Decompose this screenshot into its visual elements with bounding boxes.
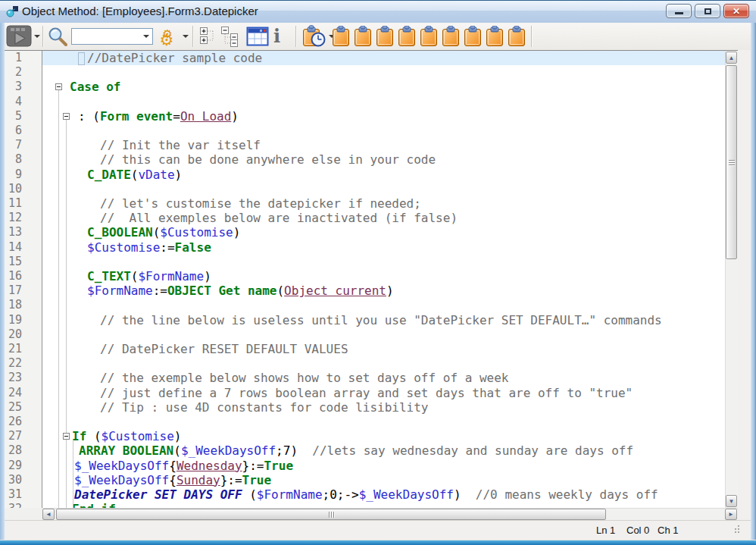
information-button[interactable]: i: [273, 26, 280, 47]
code-line-5[interactable]: : (Form event=On Load): [42, 109, 725, 124]
code-line-11[interactable]: // let's customise the datepicker if nee…: [42, 196, 725, 211]
line-number[interactable]: 23: [5, 371, 22, 385]
vertical-scrollbar[interactable]: ▲ ▼: [725, 51, 738, 508]
fold-collapse-box[interactable]: [63, 433, 70, 440]
run-method-button[interactable]: [6, 25, 32, 50]
code-line-9[interactable]: C_DATE(vDate): [42, 168, 725, 182]
code-line-32[interactable]: End if: [42, 502, 725, 508]
code-line-29[interactable]: $_WeekDaysOff{Wednesday}:=True: [42, 459, 725, 473]
fold-collapse-box[interactable]: [63, 113, 70, 120]
line-number[interactable]: 24: [5, 386, 22, 400]
clipboard-9-button[interactable]: [508, 26, 526, 50]
maximize-button[interactable]: [695, 4, 720, 18]
line-number[interactable]: 15: [5, 255, 22, 269]
code-line-27[interactable]: If ($Customise): [42, 429, 725, 443]
line-number[interactable]: 2: [5, 65, 22, 80]
line-number[interactable]: 30: [5, 473, 22, 487]
horizontal-scrollbar-thumb[interactable]: [56, 509, 606, 520]
line-number-gutter[interactable]: 1234567891011121314151617181920212223242…: [5, 51, 42, 508]
line-number[interactable]: 13: [5, 225, 22, 240]
code-line-1[interactable]: //DatePicker sample code: [42, 51, 725, 65]
scroll-left-button[interactable]: ◄: [42, 509, 55, 520]
close-button[interactable]: ✕: [723, 4, 749, 18]
code-line-21[interactable]: // DatePicker RESET DEFAULT VALUES: [42, 342, 725, 356]
line-number[interactable]: 5: [5, 109, 22, 124]
line-number[interactable]: 11: [5, 196, 22, 211]
clipboard-5-button[interactable]: [420, 26, 438, 50]
clipboard-6-button[interactable]: [442, 26, 460, 50]
clipboard-1-button[interactable]: [332, 26, 350, 50]
clipboard-2-button[interactable]: [354, 26, 372, 50]
title-bar[interactable]: Object Method: [Employees].Form3.Datepic…: [0, 1, 756, 23]
code-line-3[interactable]: Case of: [42, 80, 725, 94]
collapse-all-button[interactable]: [221, 27, 239, 50]
code-line-7[interactable]: // Init the var itself: [42, 138, 725, 152]
line-number[interactable]: 12: [5, 211, 22, 225]
horizontal-scrollbar[interactable]: ◄ ►: [42, 508, 738, 521]
code-line-6[interactable]: [42, 124, 725, 138]
code-line-30[interactable]: $_WeekDaysOff{Sunday}:=True: [42, 473, 725, 487]
code-line-4[interactable]: [42, 95, 725, 109]
code-line-26[interactable]: [42, 415, 725, 429]
expand-all-button[interactable]: [200, 27, 217, 50]
code-line-17[interactable]: $FormName:=OBJECT Get name(Object curren…: [42, 283, 725, 298]
clipboard-8-button[interactable]: [486, 26, 504, 50]
line-number[interactable]: 10: [5, 182, 22, 196]
clipboard-4-button[interactable]: [398, 26, 416, 50]
search-combobox[interactable]: [71, 28, 153, 45]
line-number[interactable]: 7: [5, 138, 22, 152]
line-number[interactable]: 17: [5, 283, 22, 298]
code-line-23[interactable]: // the exemple below shows how to set da…: [42, 371, 725, 385]
line-number[interactable]: 18: [5, 298, 22, 312]
code-line-31[interactable]: DatePicker SET DAYS OFF ($FormName;0;->$…: [42, 487, 725, 502]
line-number[interactable]: 14: [5, 240, 22, 255]
search-combo-arrow-icon[interactable]: [140, 35, 152, 38]
code-line-2[interactable]: [42, 65, 725, 80]
code-line-24[interactable]: // just define a 7 rows boolean array an…: [42, 386, 725, 400]
minimize-button[interactable]: [666, 4, 692, 18]
clipboard-7-button[interactable]: [464, 26, 482, 50]
fold-collapse-box[interactable]: [55, 83, 62, 90]
method-options-dropdown[interactable]: [183, 35, 189, 38]
line-number[interactable]: 29: [5, 459, 22, 473]
code-line-22[interactable]: [42, 356, 725, 371]
macros-button[interactable]: [301, 25, 327, 52]
clipboard-3-button[interactable]: [376, 26, 394, 50]
line-number[interactable]: 16: [5, 269, 22, 283]
line-number[interactable]: 3: [5, 80, 22, 94]
line-number[interactable]: 4: [5, 95, 22, 109]
line-number[interactable]: 31: [5, 487, 22, 502]
code-line-18[interactable]: [42, 298, 725, 312]
code-line-25[interactable]: // Tip : use 4D constants for code lisib…: [42, 400, 725, 415]
resize-grip[interactable]: [735, 531, 736, 533]
line-number[interactable]: 20: [5, 327, 22, 342]
code-editor-surface[interactable]: //DatePicker sample codeCase of: (Form e…: [42, 51, 725, 508]
method-options-button[interactable]: ⚙ ⚙: [158, 26, 181, 50]
line-number[interactable]: 1: [5, 51, 22, 65]
line-number[interactable]: 9: [5, 168, 22, 182]
code-line-8[interactable]: // this can be done anywhere else in you…: [42, 152, 725, 167]
show-form-button[interactable]: [246, 26, 269, 50]
line-number[interactable]: 27: [5, 429, 22, 443]
code-line-13[interactable]: C_BOOLEAN($Customise): [42, 225, 725, 240]
vertical-scrollbar-thumb[interactable]: [726, 65, 737, 259]
search-input[interactable]: [74, 29, 140, 44]
code-line-15[interactable]: [42, 255, 725, 269]
line-number[interactable]: 28: [5, 443, 22, 458]
line-number[interactable]: 25: [5, 400, 22, 415]
scroll-down-button[interactable]: ▼: [726, 495, 737, 507]
code-line-19[interactable]: // the line below is useless until you u…: [42, 313, 725, 327]
code-line-12[interactable]: // All exemples below are inactivated (i…: [42, 211, 725, 225]
line-number[interactable]: 19: [5, 313, 22, 327]
line-number[interactable]: 8: [5, 152, 22, 167]
code-line-28[interactable]: ARRAY BOOLEAN($_WeekDaysOff;7) //lets sa…: [42, 443, 725, 458]
line-number[interactable]: 22: [5, 356, 22, 371]
code-line-14[interactable]: $Customise:=False: [42, 240, 725, 255]
scroll-up-button[interactable]: ▲: [726, 52, 737, 64]
code-line-10[interactable]: [42, 182, 725, 196]
line-number[interactable]: 21: [5, 342, 22, 356]
scroll-right-button[interactable]: ►: [725, 509, 737, 520]
line-number[interactable]: 6: [5, 124, 22, 138]
code-line-20[interactable]: [42, 327, 725, 342]
code-line-16[interactable]: C_TEXT($FormName): [42, 269, 725, 283]
